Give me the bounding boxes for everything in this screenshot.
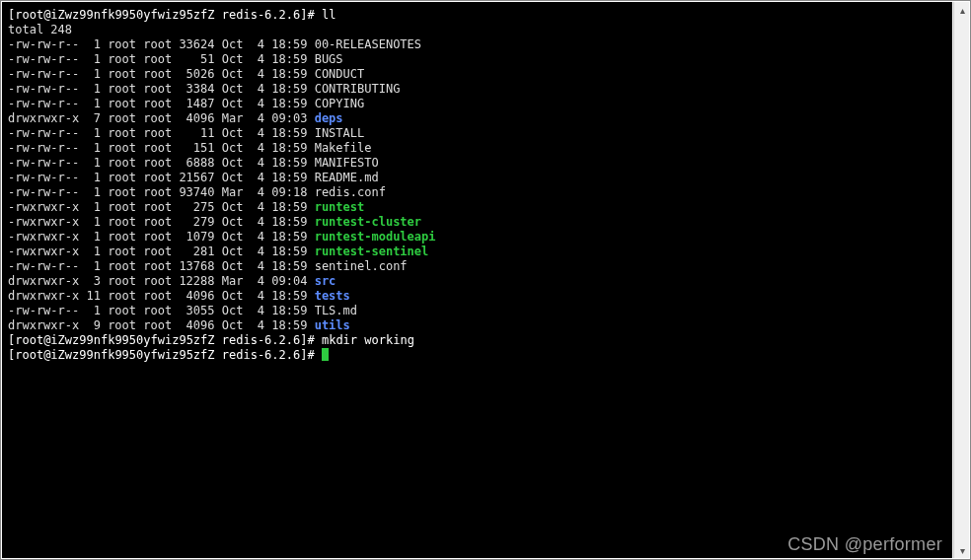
list-item: -rw-rw-r-- 1 root root 21567 Oct 4 18:59… (8, 171, 946, 185)
executable-icon: runtest-moduleapi (315, 230, 436, 244)
file-name: TLS.md (315, 304, 357, 317)
file-name: Makefile (315, 141, 372, 155)
prompt-userhost: root@iZwz99nfk9950yfwiz95zfZ (15, 8, 214, 22)
command-mkdir: mkdir working (322, 333, 414, 347)
list-item: drwxrwxr-x 9 root root 4096 Oct 4 18:59 … (8, 318, 946, 333)
list-item: -rwxrwxr-x 1 root root 281 Oct 4 18:59 r… (8, 245, 946, 259)
terminal-pane[interactable]: [root@iZwz99nfk9950yfwiz95zfZ redis-6.2.… (2, 2, 952, 558)
file-name: 00-RELEASENOTES (315, 37, 421, 51)
list-item: -rw-rw-r-- 1 root root 51 Oct 4 18:59 BU… (8, 52, 946, 67)
prompt-line-2: [root@iZwz99nfk9950yfwiz95zfZ redis-6.2.… (8, 333, 946, 348)
prompt-path: redis-6.2.6 (222, 8, 300, 22)
executable-icon: runtest-cluster (315, 215, 421, 229)
total-line: total 248 (8, 23, 946, 37)
file-name: CONTRIBUTING (315, 82, 401, 96)
command-ll: ll (322, 8, 336, 22)
file-name: CONDUCT (315, 67, 365, 81)
prompt-line-3: [root@iZwz99nfk9950yfwiz95zfZ redis-6.2.… (8, 348, 946, 363)
folder-icon: utils (315, 318, 350, 332)
list-item: -rw-rw-r-- 1 root root 1487 Oct 4 18:59 … (8, 97, 946, 111)
list-item: -rwxrwxr-x 1 root root 279 Oct 4 18:59 r… (8, 215, 946, 230)
folder-icon: src (315, 274, 336, 288)
list-item: -rw-rw-r-- 1 root root 93740 Mar 4 09:18… (8, 185, 946, 200)
list-item: drwxrwxr-x 3 root root 12288 Mar 4 09:04… (8, 274, 946, 289)
list-item: -rw-rw-r-- 1 root root 5026 Oct 4 18:59 … (8, 67, 946, 82)
list-item: -rw-rw-r-- 1 root root 3055 Oct 4 18:59 … (8, 304, 946, 318)
list-item: -rw-rw-r-- 1 root root 33624 Oct 4 18:59… (8, 37, 946, 52)
ls-listing: -rw-rw-r-- 1 root root 33624 Oct 4 18:59… (8, 37, 946, 333)
list-item: -rwxrwxr-x 1 root root 275 Oct 4 18:59 r… (8, 200, 946, 215)
file-name: sentinel.conf (315, 259, 408, 273)
folder-icon: tests (315, 289, 350, 303)
file-name: COPYING (315, 97, 365, 110)
list-item: -rw-rw-r-- 1 root root 6888 Oct 4 18:59 … (8, 156, 946, 171)
folder-icon: deps (315, 111, 343, 125)
list-item: drwxrwxr-x 11 root root 4096 Oct 4 18:59… (8, 289, 946, 304)
file-name: INSTALL (315, 126, 365, 140)
file-name: MANIFESTO (315, 156, 379, 170)
list-item: -rw-rw-r-- 1 root root 13768 Oct 4 18:59… (8, 259, 946, 274)
window-frame: [root@iZwz99nfk9950yfwiz95zfZ redis-6.2.… (0, 0, 971, 560)
cursor-block-icon (322, 348, 329, 361)
prompt-close: ]# (300, 8, 314, 22)
prompt-line-1: [root@iZwz99nfk9950yfwiz95zfZ redis-6.2.… (8, 8, 946, 23)
list-item: -rw-rw-r-- 1 root root 11 Oct 4 18:59 IN… (8, 126, 946, 141)
file-name: README.md (315, 171, 379, 184)
list-item: -rw-rw-r-- 1 root root 151 Oct 4 18:59 M… (8, 141, 946, 156)
list-item: -rwxrwxr-x 1 root root 1079 Oct 4 18:59 … (8, 230, 946, 245)
scroll-down-arrow-icon[interactable]: ▾ (954, 542, 970, 558)
file-name: redis.conf (315, 185, 386, 199)
list-item: drwxrwxr-x 7 root root 4096 Mar 4 09:03 … (8, 111, 946, 126)
list-item: -rw-rw-r-- 1 root root 3384 Oct 4 18:59 … (8, 82, 946, 97)
scrollbar-vertical[interactable]: ▴ ▾ (953, 2, 969, 558)
executable-icon: runtest-sentinel (315, 245, 429, 258)
scroll-up-arrow-icon[interactable]: ▴ (954, 2, 970, 18)
file-name: BUGS (315, 52, 343, 66)
executable-icon: runtest (315, 200, 365, 214)
